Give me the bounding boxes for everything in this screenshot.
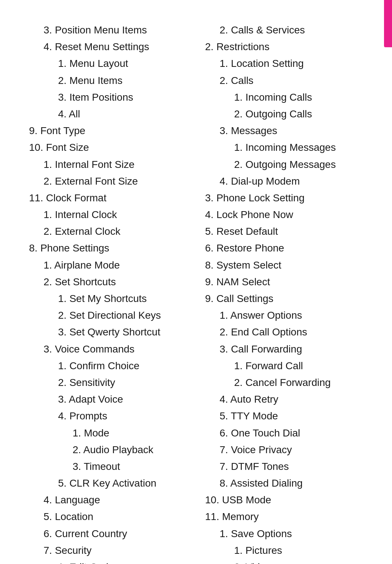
list-item: 4. Language bbox=[29, 492, 187, 508]
left-column: 3. Position Menu Items4. Reset Menu Sett… bbox=[29, 22, 198, 564]
list-item: 4. Dial-up Modem bbox=[205, 173, 363, 190]
list-item: 1. Airplane Mode bbox=[29, 257, 187, 274]
right-column: 2. Calls & Services2. Restrictions1. Loc… bbox=[198, 22, 363, 564]
page-container: 3. Position Menu Items4. Reset Menu Sett… bbox=[0, 0, 392, 564]
list-item: 2. External Font Size bbox=[29, 173, 187, 190]
list-item: 11. Memory bbox=[205, 508, 363, 525]
list-item: 9. NAM Select bbox=[205, 274, 363, 290]
list-item: 1. Internal Font Size bbox=[29, 156, 187, 173]
list-item: 3. Adapt Voice bbox=[29, 391, 187, 408]
list-item: 2. Outgoing Messages bbox=[205, 156, 363, 173]
list-item: 1. Set My Shortcuts bbox=[29, 290, 187, 307]
list-item: 1. Internal Clock bbox=[29, 206, 187, 223]
list-item: 2. Sensitivity bbox=[29, 374, 187, 391]
list-item: 8. Assisted Dialing bbox=[205, 475, 363, 492]
list-item: 3. Timeout bbox=[29, 458, 187, 475]
list-item: 6. One Touch Dial bbox=[205, 425, 363, 442]
content-area: 3. Position Menu Items4. Reset Menu Sett… bbox=[29, 22, 363, 564]
list-item: 2. Audio Playback bbox=[29, 442, 187, 458]
list-item: 1. Location Setting bbox=[205, 55, 363, 72]
list-item: 9. Font Type bbox=[29, 122, 187, 139]
list-item: 1. Pictures bbox=[205, 542, 363, 559]
left-menu-list: 3. Position Menu Items4. Reset Menu Sett… bbox=[29, 22, 187, 564]
list-item: 4. Auto Retry bbox=[205, 391, 363, 408]
list-item: 3. Messages bbox=[205, 122, 363, 139]
list-item: 10. USB Mode bbox=[205, 492, 363, 508]
list-item: 9. Call Settings bbox=[205, 290, 363, 307]
list-item: 3. Phone Lock Setting bbox=[205, 190, 363, 206]
list-item: 5. CLR Key Activation bbox=[29, 475, 187, 492]
list-item: 3. Set Qwerty Shortcut bbox=[29, 324, 187, 341]
list-item: 10. Font Size bbox=[29, 139, 187, 156]
list-item: 2. Restrictions bbox=[205, 39, 363, 55]
list-item: 4. Reset Menu Settings bbox=[29, 39, 187, 55]
list-item: 7. DTMF Tones bbox=[205, 458, 363, 475]
list-item: 2. Calls & Services bbox=[205, 22, 363, 39]
list-item: 2. Set Directional Keys bbox=[29, 307, 187, 324]
list-item: 2. External Clock bbox=[29, 223, 187, 240]
list-item: 2. Outgoing Calls bbox=[205, 106, 363, 122]
list-item: 1. Edit Codes bbox=[29, 559, 187, 564]
list-item: 3. Voice Commands bbox=[29, 341, 187, 358]
list-item: 5. Reset Default bbox=[205, 223, 363, 240]
list-item: 1. Incoming Calls bbox=[205, 89, 363, 106]
list-item: 8. Phone Settings bbox=[29, 240, 187, 257]
list-item: 1. Menu Layout bbox=[29, 55, 187, 72]
list-item: 2. Calls bbox=[205, 72, 363, 89]
list-item: 2. Menu Items bbox=[29, 72, 187, 89]
right-menu-list: 2. Calls & Services2. Restrictions1. Loc… bbox=[205, 22, 363, 564]
list-item: 5. Location bbox=[29, 508, 187, 525]
list-item: 4. Lock Phone Now bbox=[205, 206, 363, 223]
list-item: 4. All bbox=[29, 106, 187, 122]
list-item: 3. Position Menu Items bbox=[29, 22, 187, 39]
list-item: 1. Forward Call bbox=[205, 358, 363, 374]
list-item: 4. Prompts bbox=[29, 408, 187, 424]
list-item: 7. Security bbox=[29, 542, 187, 559]
list-item: 6. Restore Phone bbox=[205, 240, 363, 257]
list-item: 8. System Select bbox=[205, 257, 363, 274]
list-item: 3. Call Forwarding bbox=[205, 341, 363, 358]
list-item: 2. Videos bbox=[205, 559, 363, 564]
list-item: 6. Current Country bbox=[29, 525, 187, 542]
list-item: 2. End Call Options bbox=[205, 324, 363, 341]
list-item: 2. Cancel Forwarding bbox=[205, 374, 363, 391]
list-item: 1. Confirm Choice bbox=[29, 358, 187, 374]
list-item: 1. Incoming Messages bbox=[205, 139, 363, 156]
list-item: 1. Save Options bbox=[205, 525, 363, 542]
list-item: 2. Set Shortcuts bbox=[29, 274, 187, 290]
list-item: 7. Voice Privacy bbox=[205, 442, 363, 458]
pink-tab-decoration bbox=[384, 0, 392, 47]
list-item: 3. Item Positions bbox=[29, 89, 187, 106]
list-item: 11. Clock Format bbox=[29, 190, 187, 206]
list-item: 5. TTY Mode bbox=[205, 408, 363, 424]
list-item: 1. Answer Options bbox=[205, 307, 363, 324]
list-item: 1. Mode bbox=[29, 425, 187, 442]
